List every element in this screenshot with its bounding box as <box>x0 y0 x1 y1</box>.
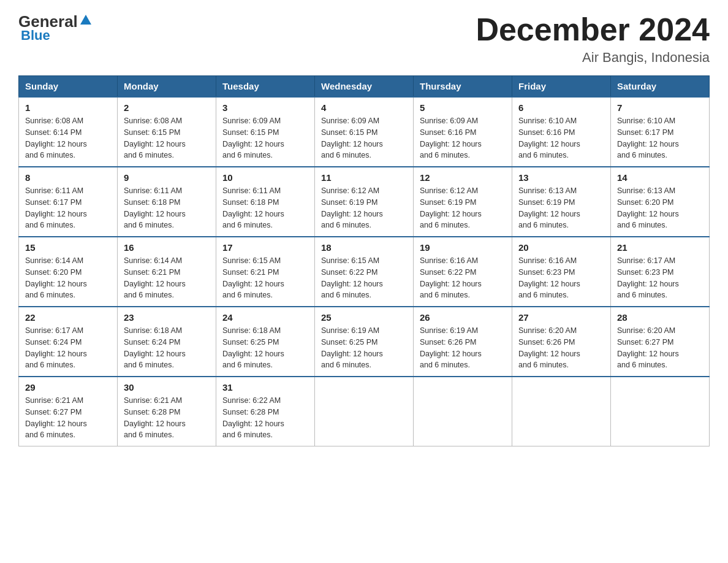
page-header: General Blue December 2024 Air Bangis, I… <box>18 12 710 66</box>
day-number: 15 <box>25 242 111 253</box>
sunrise-label: Sunrise: 6:20 AM <box>518 326 577 335</box>
daylight-label: Daylight: 12 hours <box>222 280 284 288</box>
day-number: 16 <box>124 242 210 253</box>
daylight-label: Daylight: 12 hours <box>321 280 383 288</box>
sunrise-label: Sunrise: 6:09 AM <box>222 117 281 125</box>
sunrise-label: Sunrise: 6:18 AM <box>124 326 182 335</box>
sunset-label: Sunset: 6:15 PM <box>124 128 180 137</box>
sunrise-label: Sunrise: 6:09 AM <box>420 117 478 125</box>
day-number: 18 <box>321 242 407 253</box>
sunset-label: Sunset: 6:21 PM <box>124 268 180 277</box>
sunrise-label: Sunrise: 6:10 AM <box>617 117 675 125</box>
daylight-minutes: and 6 minutes. <box>25 431 75 439</box>
title-block: December 2024 Air Bangis, Indonesia <box>476 12 710 66</box>
day-info: Sunrise: 6:09 AM Sunset: 6:16 PM Dayligh… <box>420 115 506 161</box>
day-number: 5 <box>420 102 506 113</box>
daylight-minutes: and 6 minutes. <box>518 221 569 229</box>
sunset-label: Sunset: 6:16 PM <box>420 128 476 137</box>
day-number: 2 <box>124 102 210 113</box>
sunset-label: Sunset: 6:15 PM <box>222 128 279 137</box>
table-row: 7 Sunrise: 6:10 AM Sunset: 6:17 PM Dayli… <box>611 97 710 167</box>
daylight-minutes: and 6 minutes. <box>222 291 273 299</box>
table-row: 15 Sunrise: 6:14 AM Sunset: 6:20 PM Dayl… <box>19 237 118 307</box>
daylight-label: Daylight: 12 hours <box>124 419 186 428</box>
calendar-week-row: 15 Sunrise: 6:14 AM Sunset: 6:20 PM Dayl… <box>19 237 710 307</box>
table-row: 3 Sunrise: 6:09 AM Sunset: 6:15 PM Dayli… <box>216 97 315 167</box>
table-row: 20 Sunrise: 6:16 AM Sunset: 6:23 PM Dayl… <box>512 237 611 307</box>
day-info: Sunrise: 6:20 AM Sunset: 6:27 PM Dayligh… <box>617 325 703 371</box>
day-info: Sunrise: 6:17 AM Sunset: 6:24 PM Dayligh… <box>25 325 111 371</box>
sunset-label: Sunset: 6:28 PM <box>222 408 279 416</box>
table-row: 18 Sunrise: 6:15 AM Sunset: 6:22 PM Dayl… <box>315 237 414 307</box>
day-info: Sunrise: 6:08 AM Sunset: 6:15 PM Dayligh… <box>124 115 210 161</box>
table-row: 10 Sunrise: 6:11 AM Sunset: 6:18 PM Dayl… <box>216 167 315 237</box>
day-info: Sunrise: 6:11 AM Sunset: 6:18 PM Dayligh… <box>222 185 308 231</box>
sunset-label: Sunset: 6:16 PM <box>518 128 575 137</box>
daylight-label: Daylight: 12 hours <box>25 280 87 288</box>
sunrise-label: Sunrise: 6:22 AM <box>222 396 281 405</box>
day-info: Sunrise: 6:09 AM Sunset: 6:15 PM Dayligh… <box>222 115 308 161</box>
daylight-label: Daylight: 12 hours <box>222 210 284 218</box>
daylight-label: Daylight: 12 hours <box>518 210 580 218</box>
day-info: Sunrise: 6:18 AM Sunset: 6:25 PM Dayligh… <box>222 325 308 371</box>
col-thursday: Thursday <box>414 76 512 98</box>
sunset-label: Sunset: 6:26 PM <box>518 338 575 347</box>
daylight-minutes: and 6 minutes. <box>420 291 470 299</box>
day-number: 29 <box>25 382 111 393</box>
sunrise-label: Sunrise: 6:12 AM <box>420 186 478 195</box>
table-row: 12 Sunrise: 6:12 AM Sunset: 6:19 PM Dayl… <box>414 167 512 237</box>
sunset-label: Sunset: 6:17 PM <box>25 198 82 207</box>
day-info: Sunrise: 6:17 AM Sunset: 6:23 PM Dayligh… <box>617 255 703 301</box>
table-row: 21 Sunrise: 6:17 AM Sunset: 6:23 PM Dayl… <box>611 237 710 307</box>
sunset-label: Sunset: 6:27 PM <box>617 338 673 347</box>
day-info: Sunrise: 6:18 AM Sunset: 6:24 PM Dayligh… <box>124 325 210 371</box>
calendar-header-row: Sunday Monday Tuesday Wednesday Thursday… <box>19 76 710 98</box>
day-info: Sunrise: 6:11 AM Sunset: 6:18 PM Dayligh… <box>124 185 210 231</box>
table-row: 25 Sunrise: 6:19 AM Sunset: 6:25 PM Dayl… <box>315 307 414 377</box>
col-saturday: Saturday <box>611 76 710 98</box>
day-info: Sunrise: 6:21 AM Sunset: 6:28 PM Dayligh… <box>124 395 210 441</box>
sunset-label: Sunset: 6:27 PM <box>25 408 82 416</box>
table-row: 23 Sunrise: 6:18 AM Sunset: 6:24 PM Dayl… <box>118 307 216 377</box>
daylight-minutes: and 6 minutes. <box>617 361 667 369</box>
day-number: 14 <box>617 172 703 183</box>
table-row: 31 Sunrise: 6:22 AM Sunset: 6:28 PM Dayl… <box>216 377 315 446</box>
table-row: 5 Sunrise: 6:09 AM Sunset: 6:16 PM Dayli… <box>414 97 512 167</box>
sunset-label: Sunset: 6:21 PM <box>222 268 279 277</box>
sunset-label: Sunset: 6:23 PM <box>617 268 673 277</box>
daylight-minutes: and 6 minutes. <box>25 221 75 229</box>
daylight-label: Daylight: 12 hours <box>518 350 580 358</box>
table-row: 9 Sunrise: 6:11 AM Sunset: 6:18 PM Dayli… <box>118 167 216 237</box>
daylight-label: Daylight: 12 hours <box>124 210 186 218</box>
daylight-label: Daylight: 12 hours <box>222 350 284 358</box>
sunset-label: Sunset: 6:19 PM <box>321 198 377 207</box>
sunset-label: Sunset: 6:25 PM <box>321 338 377 347</box>
day-number: 11 <box>321 172 407 183</box>
sunrise-label: Sunrise: 6:11 AM <box>124 186 182 195</box>
daylight-label: Daylight: 12 hours <box>617 350 679 358</box>
day-number: 26 <box>420 312 506 323</box>
col-monday: Monday <box>118 76 216 98</box>
daylight-minutes: and 6 minutes. <box>25 361 75 369</box>
table-row: 6 Sunrise: 6:10 AM Sunset: 6:16 PM Dayli… <box>512 97 611 167</box>
table-row <box>315 377 414 446</box>
sunrise-label: Sunrise: 6:11 AM <box>222 186 281 195</box>
table-row: 16 Sunrise: 6:14 AM Sunset: 6:21 PM Dayl… <box>118 237 216 307</box>
sunrise-label: Sunrise: 6:16 AM <box>420 256 478 265</box>
sunset-label: Sunset: 6:15 PM <box>321 128 377 137</box>
day-info: Sunrise: 6:16 AM Sunset: 6:23 PM Dayligh… <box>518 255 604 301</box>
day-number: 9 <box>124 172 210 183</box>
table-row <box>512 377 611 446</box>
daylight-label: Daylight: 12 hours <box>124 280 186 288</box>
sunset-label: Sunset: 6:17 PM <box>617 128 673 137</box>
day-info: Sunrise: 6:12 AM Sunset: 6:19 PM Dayligh… <box>321 185 407 231</box>
sunset-label: Sunset: 6:26 PM <box>420 338 476 347</box>
table-row <box>611 377 710 446</box>
sunrise-label: Sunrise: 6:21 AM <box>25 396 83 405</box>
sunset-label: Sunset: 6:24 PM <box>25 338 82 347</box>
sunrise-label: Sunrise: 6:13 AM <box>518 186 577 195</box>
table-row: 14 Sunrise: 6:13 AM Sunset: 6:20 PM Dayl… <box>611 167 710 237</box>
daylight-minutes: and 6 minutes. <box>518 151 569 159</box>
sunrise-label: Sunrise: 6:18 AM <box>222 326 281 335</box>
sunrise-label: Sunrise: 6:09 AM <box>321 117 379 125</box>
